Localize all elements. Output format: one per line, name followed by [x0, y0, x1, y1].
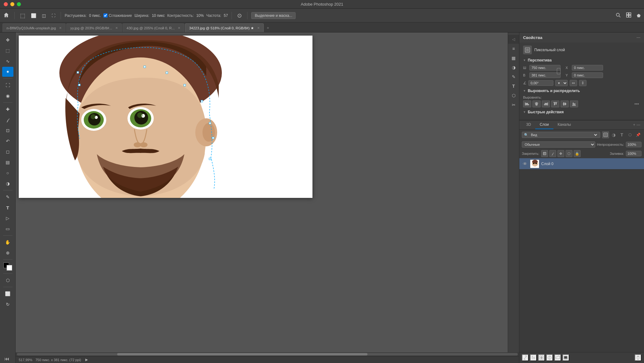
tool-path[interactable]: ▷ — [2, 213, 13, 223]
layer-visibility[interactable]: 👁 — [522, 161, 528, 166]
tool-eyedrop[interactable]: ◉ — [2, 91, 13, 101]
lock-position-btn[interactable]: ✥ — [557, 150, 564, 157]
canvas-scrollbar[interactable] — [16, 352, 519, 356]
panel-options-btn[interactable]: — — [637, 123, 640, 127]
right-tool-adjust[interactable]: ◑ — [509, 63, 518, 72]
scrollbar-track[interactable] — [17, 353, 518, 356]
align-left[interactable] — [523, 101, 531, 107]
properties-header[interactable]: Свойства — — [519, 32, 644, 42]
layer-mask-btn[interactable] — [538, 354, 545, 361]
panel-collapse-right[interactable]: ◁ — [508, 35, 519, 44]
tool-wand[interactable]: ⁕ — [2, 67, 13, 77]
flip-h-btn[interactable]: ⇔ — [570, 80, 577, 86]
tool-screen-mode[interactable]: ⬜ — [2, 289, 13, 299]
canvas-wrapper[interactable] — [16, 32, 508, 352]
opacity-input[interactable] — [626, 142, 642, 147]
more-align-btn[interactable]: ••• — [633, 101, 640, 107]
quick-toggle[interactable]: ▼ — [523, 110, 526, 114]
tool-shape[interactable]: ▭ — [2, 224, 13, 234]
tool-eraser[interactable]: ◻ — [2, 147, 13, 157]
tool-dodge[interactable]: ◑ — [2, 179, 13, 189]
align-toggle[interactable]: ▼ — [523, 89, 526, 92]
right-tool-properties[interactable]: ≡ — [509, 44, 518, 53]
panel-add-btn[interactable]: + — [633, 123, 635, 127]
filter-adjust-btn[interactable]: ◑ — [610, 131, 617, 138]
tab-0[interactable]: n-BfWDyQ10uMk-unsplash.jpg ✕ — [2, 23, 66, 32]
scrollbar-thumb[interactable] — [117, 353, 368, 356]
properties-expand[interactable]: — — [637, 35, 640, 40]
tool-brush[interactable]: 𝒻 — [2, 115, 13, 125]
tool-crop[interactable]: ⛶ — [2, 80, 13, 90]
layer-group-btn[interactable] — [554, 354, 561, 361]
layer-delete-btn[interactable] — [635, 354, 642, 361]
search-button[interactable] — [614, 12, 622, 19]
align-center-h[interactable] — [532, 101, 541, 107]
tool-heal[interactable]: ✚ — [2, 104, 13, 114]
perspective-toggle[interactable]: ▼ — [523, 59, 526, 62]
tab-layers[interactable]: Слои — [535, 120, 553, 129]
fill-input[interactable] — [626, 151, 642, 156]
tab-close-1[interactable]: ✕ — [115, 26, 118, 30]
home-button[interactable] — [2, 12, 11, 20]
tab-channels[interactable]: Каналы — [553, 120, 576, 129]
lock-artboard-btn[interactable]: ⬡ — [566, 150, 572, 157]
layer-link-btn[interactable] — [522, 354, 529, 361]
right-tool-text[interactable]: T — [509, 82, 518, 91]
quick-actions-header[interactable]: ▼ Быстрые действия — [523, 110, 640, 114]
lock-all-btn[interactable]: 🔒 — [574, 150, 581, 157]
y-input[interactable] — [572, 72, 603, 78]
background-color[interactable] — [7, 265, 12, 271]
color-swatches[interactable] — [2, 262, 13, 272]
tab-more[interactable]: » — [264, 23, 272, 32]
tool-mode[interactable]: ⬡ — [2, 275, 13, 285]
width-input[interactable] — [529, 65, 561, 71]
tab-3[interactable]: 34223.jpg @ 518% (Слой 0, RGB/8#) ★ ✕ — [185, 23, 264, 32]
tool-pen[interactable]: ✎ — [2, 192, 13, 202]
tool-blur[interactable]: ○ — [2, 168, 13, 178]
tab-close-3[interactable]: ✕ — [257, 26, 260, 30]
tool-rotate[interactable]: ↻ — [2, 299, 13, 309]
canvas-document[interactable] — [19, 36, 312, 198]
flip-v-btn[interactable]: ⇕ — [579, 80, 587, 86]
right-tool-cut[interactable]: ✂ — [509, 101, 518, 109]
right-tool-smart[interactable]: ⬡ — [509, 91, 518, 100]
lasso-rect-btn[interactable]: ⬚ — [18, 12, 27, 20]
x-input[interactable] — [572, 65, 603, 71]
layer-item[interactable]: 👁 Слой 0 — [519, 158, 644, 169]
close-button[interactable] — [4, 2, 8, 6]
lasso-mag-btn[interactable]: ◫ — [40, 12, 47, 19]
filter-smart-btn[interactable]: ⬡ — [627, 131, 633, 138]
tab-2[interactable]: 430.jpg @ 205% (Слой 0, R... ✕ — [122, 23, 184, 32]
tool-lasso[interactable]: ∿ — [2, 56, 13, 66]
frequency-icon-btn[interactable]: ⊙ — [236, 12, 243, 20]
align-top[interactable] — [551, 101, 559, 107]
tab-close-0[interactable]: ✕ — [59, 26, 62, 30]
layer-adjustment-btn[interactable] — [546, 354, 553, 361]
select-mask-button[interactable]: Выделение и маска... — [251, 12, 296, 19]
angle-select[interactable]: ▾ — [555, 80, 568, 86]
arrange-button[interactable] — [625, 12, 633, 19]
layer-new-btn[interactable] — [562, 354, 569, 361]
right-tool-pen[interactable]: ✎ — [509, 72, 518, 81]
angle-input[interactable] — [528, 80, 553, 86]
align-middle[interactable] — [561, 101, 569, 107]
tool-select-rect[interactable]: ⬚ — [2, 46, 13, 56]
height-input[interactable] — [529, 72, 561, 78]
right-tool-layers[interactable]: ▦ — [509, 54, 518, 62]
lasso-extra-btn[interactable]: ⛶ — [50, 13, 57, 18]
tab-close-2[interactable]: ✕ — [178, 26, 180, 30]
minimize-button[interactable] — [10, 2, 14, 6]
filter-pixel-btn[interactable] — [602, 131, 609, 138]
filter-text-btn[interactable]: T — [618, 131, 625, 138]
tool-move[interactable]: ✥ — [2, 35, 13, 45]
link-icon[interactable] — [557, 68, 561, 74]
perspective-section-header[interactable]: ▼ Перспектива — [523, 58, 640, 62]
timeline-skip-start[interactable]: ⏮ — [3, 356, 11, 362]
lock-brush-btn[interactable]: 𝒻 — [549, 150, 556, 157]
tool-hand[interactable]: ✋ — [2, 237, 13, 247]
layers-kind-select[interactable]: Вид — [530, 133, 598, 137]
layers-search[interactable]: 🔍 Вид — [522, 132, 600, 138]
tool-text[interactable]: T — [2, 203, 13, 213]
tool-stamp[interactable]: ⊡ — [2, 125, 13, 135]
smooth-checkbox[interactable] — [103, 13, 107, 17]
